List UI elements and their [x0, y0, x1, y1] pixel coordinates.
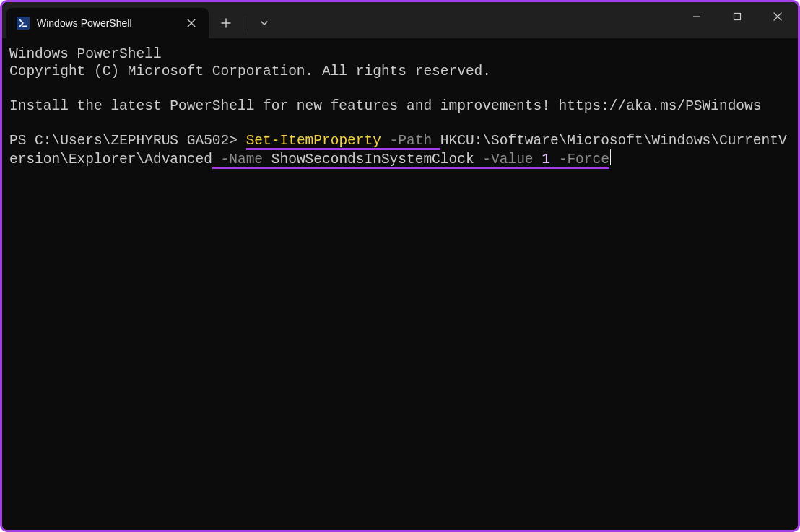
tab-strip: Windows PowerShell: [2, 2, 209, 38]
terminal-pane[interactable]: Windows PowerShell Copyright (C) Microso…: [2, 38, 798, 530]
terminal-header-line: Windows PowerShell: [9, 46, 162, 62]
powershell-icon: [17, 17, 30, 30]
title-bar: Windows PowerShell: [2, 2, 798, 38]
param-name-name: Name: [229, 152, 263, 167]
param-name-value: ShowSecondsInSystemClock: [271, 152, 474, 167]
minimize-button[interactable]: [677, 2, 717, 31]
tab-title: Windows PowerShell: [37, 17, 175, 29]
terminal-copyright-line: Copyright (C) Microsoft Corporation. All…: [9, 64, 491, 79]
param-path-name: Path: [398, 133, 432, 149]
minimize-icon: [692, 12, 701, 21]
param-path-dash: -: [390, 133, 399, 149]
param-value-dash: -: [482, 152, 491, 167]
plus-icon: [221, 18, 231, 28]
close-icon: [773, 12, 782, 21]
param-name-dash: -: [221, 152, 230, 167]
prompt-prefix: PS: [9, 133, 35, 149]
chevron-down-icon: [260, 19, 269, 27]
separator: [245, 17, 245, 32]
new-tab-button[interactable]: [212, 12, 240, 35]
maximize-icon: [733, 12, 742, 21]
terminal-window: Windows PowerShell: [0, 0, 800, 532]
tab-close-button[interactable]: [183, 14, 200, 32]
terminal-install-message: Install the latest PowerShell for new fe…: [9, 98, 761, 114]
param-force-name: Force: [567, 152, 609, 167]
param-value-name: Value: [491, 152, 534, 167]
cmdlet: Set-ItemProperty: [246, 133, 381, 149]
tab-dropdown-button[interactable]: [250, 12, 279, 35]
tab-actions: [209, 2, 282, 38]
close-icon: [187, 19, 196, 27]
maximize-button[interactable]: [717, 2, 757, 31]
svg-rect-0: [734, 14, 741, 20]
param-force-dash: -: [559, 152, 568, 167]
param-value-value: 1: [542, 152, 550, 167]
prompt-path: C:\Users\ZEPHYRUS GA502: [35, 133, 229, 149]
prompt-suffix: >: [229, 133, 245, 149]
tab-powershell[interactable]: Windows PowerShell: [6, 8, 209, 38]
window-close-button[interactable]: [757, 2, 798, 31]
window-controls: [677, 2, 798, 38]
text-cursor: [610, 149, 611, 165]
titlebar-drag-area[interactable]: [282, 2, 677, 38]
